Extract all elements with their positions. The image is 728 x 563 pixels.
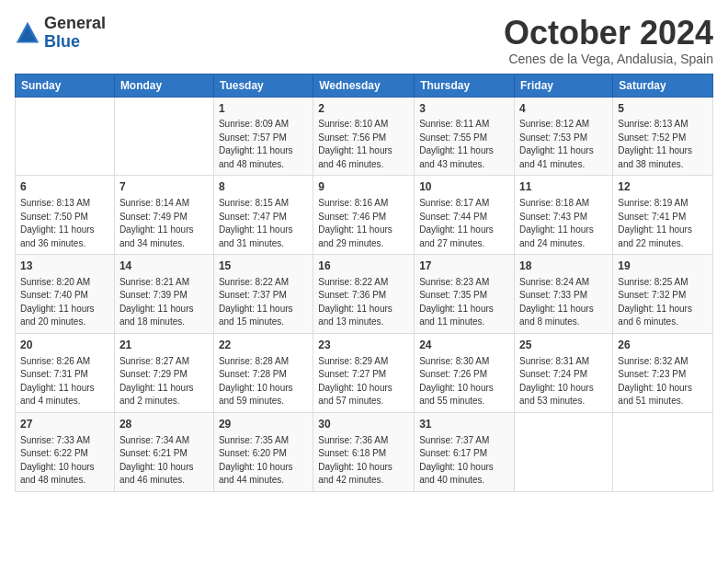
calendar-cell: 27Sunrise: 7:33 AM Sunset: 6:22 PM Dayli… bbox=[16, 412, 115, 491]
calendar-cell: 22Sunrise: 8:28 AM Sunset: 7:28 PM Dayli… bbox=[213, 333, 313, 412]
day-number: 20 bbox=[20, 338, 109, 353]
location-subtitle: Cenes de la Vega, Andalusia, Spain bbox=[504, 52, 713, 66]
day-info: Sunrise: 8:13 AM Sunset: 7:50 PM Dayligh… bbox=[20, 197, 109, 250]
day-number: 10 bbox=[419, 179, 509, 195]
calendar-cell bbox=[114, 97, 213, 176]
page-header: General Blue October 2024 Cenes de la Ve… bbox=[15, 15, 713, 66]
calendar-cell: 5Sunrise: 8:13 AM Sunset: 7:52 PM Daylig… bbox=[613, 97, 713, 176]
day-info: Sunrise: 8:11 AM Sunset: 7:55 PM Dayligh… bbox=[419, 118, 509, 171]
day-number: 11 bbox=[519, 179, 608, 195]
calendar-week-row: 20Sunrise: 8:26 AM Sunset: 7:31 PM Dayli… bbox=[16, 333, 713, 412]
weekday-header-thursday: Thursday bbox=[415, 74, 515, 97]
day-info: Sunrise: 8:22 AM Sunset: 7:37 PM Dayligh… bbox=[219, 276, 308, 329]
day-info: Sunrise: 8:23 AM Sunset: 7:35 PM Dayligh… bbox=[419, 276, 509, 329]
day-number: 31 bbox=[419, 417, 509, 432]
day-info: Sunrise: 8:13 AM Sunset: 7:52 PM Dayligh… bbox=[618, 118, 708, 171]
logo-icon bbox=[15, 20, 40, 46]
calendar-cell bbox=[515, 412, 613, 491]
calendar-cell: 6Sunrise: 8:13 AM Sunset: 7:50 PM Daylig… bbox=[16, 176, 115, 255]
day-number: 14 bbox=[119, 259, 209, 274]
calendar-cell: 10Sunrise: 8:17 AM Sunset: 7:44 PM Dayli… bbox=[415, 176, 515, 255]
calendar-cell: 2Sunrise: 8:10 AM Sunset: 7:56 PM Daylig… bbox=[313, 97, 415, 176]
calendar-cell: 21Sunrise: 8:27 AM Sunset: 7:29 PM Dayli… bbox=[114, 333, 213, 412]
day-number: 26 bbox=[618, 338, 708, 353]
day-number: 3 bbox=[419, 101, 509, 117]
calendar-header: SundayMondayTuesdayWednesdayThursdayFrid… bbox=[16, 74, 713, 97]
calendar-cell bbox=[613, 412, 713, 491]
calendar-table: SundayMondayTuesdayWednesdayThursdayFrid… bbox=[15, 74, 713, 492]
day-info: Sunrise: 8:25 AM Sunset: 7:32 PM Dayligh… bbox=[618, 276, 708, 329]
calendar-cell: 25Sunrise: 8:31 AM Sunset: 7:24 PM Dayli… bbox=[515, 333, 613, 412]
calendar-cell: 28Sunrise: 7:34 AM Sunset: 6:21 PM Dayli… bbox=[114, 412, 213, 491]
calendar-cell: 23Sunrise: 8:29 AM Sunset: 7:27 PM Dayli… bbox=[313, 333, 415, 412]
day-number: 8 bbox=[219, 179, 308, 195]
calendar-cell: 24Sunrise: 8:30 AM Sunset: 7:26 PM Dayli… bbox=[415, 333, 515, 412]
logo-blue: Blue bbox=[44, 32, 80, 51]
day-number: 24 bbox=[419, 338, 509, 353]
calendar-cell: 14Sunrise: 8:21 AM Sunset: 7:39 PM Dayli… bbox=[114, 255, 213, 334]
day-info: Sunrise: 7:36 AM Sunset: 6:18 PM Dayligh… bbox=[318, 434, 409, 488]
day-info: Sunrise: 8:09 AM Sunset: 7:57 PM Dayligh… bbox=[219, 118, 308, 171]
day-info: Sunrise: 7:34 AM Sunset: 6:21 PM Dayligh… bbox=[119, 434, 209, 488]
calendar-cell: 11Sunrise: 8:18 AM Sunset: 7:43 PM Dayli… bbox=[515, 176, 613, 255]
weekday-header-monday: Monday bbox=[114, 74, 213, 97]
calendar-cell: 31Sunrise: 7:37 AM Sunset: 6:17 PM Dayli… bbox=[415, 412, 515, 491]
day-number: 18 bbox=[519, 259, 608, 274]
day-info: Sunrise: 8:27 AM Sunset: 7:29 PM Dayligh… bbox=[119, 355, 209, 408]
day-number: 5 bbox=[618, 101, 708, 117]
day-info: Sunrise: 8:26 AM Sunset: 7:31 PM Dayligh… bbox=[20, 355, 109, 408]
calendar-week-row: 27Sunrise: 7:33 AM Sunset: 6:22 PM Dayli… bbox=[16, 412, 713, 491]
calendar-cell: 26Sunrise: 8:32 AM Sunset: 7:23 PM Dayli… bbox=[613, 333, 713, 412]
day-info: Sunrise: 8:16 AM Sunset: 7:46 PM Dayligh… bbox=[318, 197, 409, 250]
day-number: 4 bbox=[519, 101, 608, 117]
day-info: Sunrise: 8:28 AM Sunset: 7:28 PM Dayligh… bbox=[219, 355, 308, 408]
calendar-week-row: 13Sunrise: 8:20 AM Sunset: 7:40 PM Dayli… bbox=[16, 255, 713, 334]
calendar-cell: 20Sunrise: 8:26 AM Sunset: 7:31 PM Dayli… bbox=[16, 333, 115, 412]
day-number: 16 bbox=[318, 259, 409, 274]
weekday-header-tuesday: Tuesday bbox=[213, 74, 313, 97]
day-info: Sunrise: 8:22 AM Sunset: 7:36 PM Dayligh… bbox=[318, 276, 409, 329]
weekday-header-friday: Friday bbox=[515, 74, 613, 97]
weekday-header-sunday: Sunday bbox=[16, 74, 115, 97]
day-number: 2 bbox=[318, 101, 409, 117]
calendar-cell bbox=[16, 97, 115, 176]
day-info: Sunrise: 8:17 AM Sunset: 7:44 PM Dayligh… bbox=[419, 197, 509, 250]
day-info: Sunrise: 7:33 AM Sunset: 6:22 PM Dayligh… bbox=[20, 434, 109, 488]
day-info: Sunrise: 8:18 AM Sunset: 7:43 PM Dayligh… bbox=[519, 197, 608, 250]
day-number: 15 bbox=[219, 259, 308, 274]
weekday-header-row: SundayMondayTuesdayWednesdayThursdayFrid… bbox=[16, 74, 713, 97]
day-number: 17 bbox=[419, 259, 509, 274]
day-info: Sunrise: 7:37 AM Sunset: 6:17 PM Dayligh… bbox=[419, 434, 509, 488]
logo-general: General bbox=[44, 14, 106, 32]
calendar-body: 1Sunrise: 8:09 AM Sunset: 7:57 PM Daylig… bbox=[16, 97, 713, 491]
calendar-cell: 18Sunrise: 8:24 AM Sunset: 7:33 PM Dayli… bbox=[515, 255, 613, 334]
calendar-cell: 8Sunrise: 8:15 AM Sunset: 7:47 PM Daylig… bbox=[213, 176, 313, 255]
calendar-cell: 17Sunrise: 8:23 AM Sunset: 7:35 PM Dayli… bbox=[415, 255, 515, 334]
day-number: 22 bbox=[219, 338, 308, 353]
calendar-cell: 1Sunrise: 8:09 AM Sunset: 7:57 PM Daylig… bbox=[213, 97, 313, 176]
day-info: Sunrise: 8:24 AM Sunset: 7:33 PM Dayligh… bbox=[519, 276, 608, 329]
logo-text: General Blue bbox=[44, 15, 106, 52]
day-number: 12 bbox=[618, 179, 708, 195]
day-info: Sunrise: 8:19 AM Sunset: 7:41 PM Dayligh… bbox=[618, 197, 708, 250]
title-block: October 2024 Cenes de la Vega, Andalusia… bbox=[504, 15, 713, 66]
day-info: Sunrise: 8:10 AM Sunset: 7:56 PM Dayligh… bbox=[318, 118, 409, 171]
calendar-week-row: 1Sunrise: 8:09 AM Sunset: 7:57 PM Daylig… bbox=[16, 97, 713, 176]
calendar-cell: 30Sunrise: 7:36 AM Sunset: 6:18 PM Dayli… bbox=[313, 412, 415, 491]
day-info: Sunrise: 8:14 AM Sunset: 7:49 PM Dayligh… bbox=[119, 197, 209, 250]
day-number: 7 bbox=[119, 179, 209, 195]
calendar-cell: 29Sunrise: 7:35 AM Sunset: 6:20 PM Dayli… bbox=[213, 412, 313, 491]
calendar-cell: 9Sunrise: 8:16 AM Sunset: 7:46 PM Daylig… bbox=[313, 176, 415, 255]
month-title: October 2024 bbox=[504, 15, 713, 52]
calendar-cell: 7Sunrise: 8:14 AM Sunset: 7:49 PM Daylig… bbox=[114, 176, 213, 255]
day-info: Sunrise: 8:15 AM Sunset: 7:47 PM Dayligh… bbox=[219, 197, 308, 250]
calendar-week-row: 6Sunrise: 8:13 AM Sunset: 7:50 PM Daylig… bbox=[16, 176, 713, 255]
day-number: 9 bbox=[318, 179, 409, 195]
day-info: Sunrise: 8:12 AM Sunset: 7:53 PM Dayligh… bbox=[519, 118, 608, 171]
day-info: Sunrise: 8:29 AM Sunset: 7:27 PM Dayligh… bbox=[318, 355, 409, 408]
weekday-header-saturday: Saturday bbox=[613, 74, 713, 97]
logo: General Blue bbox=[15, 15, 106, 52]
calendar-cell: 16Sunrise: 8:22 AM Sunset: 7:36 PM Dayli… bbox=[313, 255, 415, 334]
calendar-cell: 13Sunrise: 8:20 AM Sunset: 7:40 PM Dayli… bbox=[16, 255, 115, 334]
day-number: 6 bbox=[20, 179, 109, 195]
